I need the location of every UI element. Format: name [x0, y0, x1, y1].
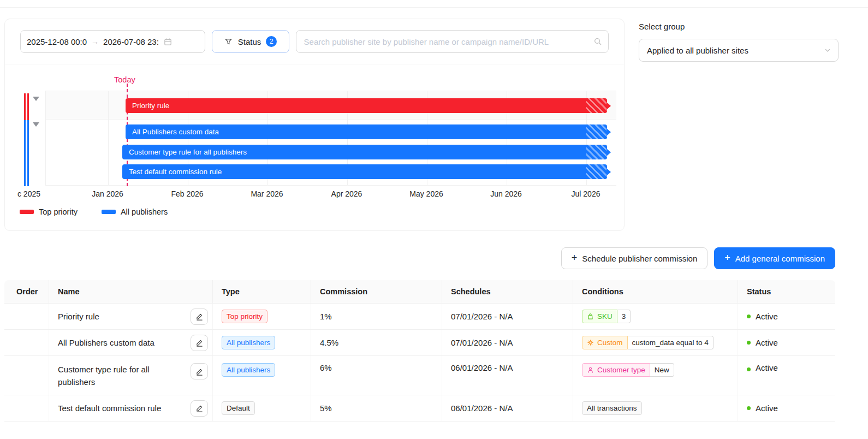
- column-header-order: Order: [4, 280, 49, 303]
- rule-name: Test default commission rule: [58, 402, 161, 414]
- status-dot: [747, 406, 751, 410]
- legend-swatch-red: [20, 210, 34, 214]
- range-arrow-icon: →: [91, 37, 99, 46]
- axis-label: Apr 2026: [331, 189, 362, 198]
- gantt-bar-test-default-rule[interactable]: Test default commission rule: [122, 164, 607, 179]
- gantt-bar-all-publishers-custom-data[interactable]: All Publishers custom data: [126, 124, 607, 139]
- status-filter-count-badge: 2: [266, 36, 277, 47]
- filters-toolbar: 2025-12-08 00:0 → 2026-07-08 23: Status …: [5, 19, 624, 64]
- search-box: [296, 30, 609, 53]
- page-top-divider: [0, 0, 868, 8]
- date-range-picker[interactable]: 2025-12-08 00:0 → 2026-07-08 23:: [20, 30, 205, 53]
- condition-tag: All transactions: [582, 401, 642, 415]
- axis-label: c 2025: [17, 189, 40, 198]
- table-row: Customer type rule for all publishers Al…: [4, 356, 835, 395]
- add-general-commission-button[interactable]: + Add general commission: [714, 247, 835, 269]
- status-text: Active: [756, 404, 778, 413]
- gantt-bar-priority-rule[interactable]: Priority rule: [126, 98, 607, 113]
- edit-button[interactable]: [191, 335, 208, 351]
- group-select-value: Applied to all publisher sites: [647, 46, 748, 55]
- bar-arrow-tip: [607, 128, 611, 136]
- gantt-chart: Today Priority rule: [5, 64, 624, 200]
- status-text: Active: [756, 363, 778, 372]
- schedule-value: 07/01/2026 - N/A: [442, 330, 573, 355]
- type-tag: All publishers: [222, 336, 275, 349]
- collapse-group-icon[interactable]: [33, 97, 39, 101]
- collapse-group-icon[interactable]: [33, 122, 39, 127]
- bar-arrow-tip: [607, 149, 611, 156]
- ongoing-hatch: [586, 98, 607, 113]
- table-header: Order Name Type Commission Schedules Con…: [4, 280, 835, 304]
- schedule-value: 06/01/2026 - N/A: [442, 395, 573, 421]
- condition-tag: SKU 3: [582, 310, 631, 323]
- ongoing-hatch: [586, 145, 607, 159]
- filter-funnel-icon: [224, 37, 233, 46]
- plus-icon: +: [724, 252, 730, 264]
- gantt-plot-area: Priority rule All Publishers custom data…: [45, 91, 616, 186]
- commission-value: 4.5%: [311, 330, 442, 355]
- column-header-name: Name: [49, 280, 213, 303]
- table-actions: + Schedule publisher commission + Add ge…: [4, 247, 835, 269]
- status-dot: [747, 367, 751, 371]
- table-row: Priority rule Top priority 1% 07/01/2026…: [4, 304, 835, 330]
- column-header-conditions: Conditions: [573, 280, 738, 303]
- rule-name: All Publishers custom data: [58, 336, 154, 349]
- legend-item-all-publishers: All publishers: [102, 207, 168, 216]
- bar-arrow-tip: [607, 102, 611, 110]
- search-input[interactable]: [296, 30, 609, 53]
- commission-value: 5%: [311, 395, 442, 421]
- edit-button[interactable]: [191, 363, 208, 379]
- search-icon: [593, 37, 602, 46]
- group-indicator-strip: [27, 93, 29, 186]
- rule-name: Priority rule: [58, 310, 99, 323]
- column-header-type: Type: [213, 280, 311, 303]
- chevron-down-icon: [824, 46, 831, 54]
- type-tag: All publishers: [222, 363, 275, 377]
- axis-label: Feb 2026: [171, 189, 203, 198]
- edit-button[interactable]: [191, 400, 208, 417]
- ongoing-hatch: [586, 124, 607, 139]
- status-text: Active: [756, 338, 778, 347]
- status-dot: [747, 315, 751, 318]
- calendar-icon: [163, 37, 173, 46]
- column-header-schedules: Schedules: [442, 280, 573, 303]
- legend-item-top-priority: Top priority: [20, 207, 78, 216]
- commission-rules-table: Order Name Type Commission Schedules Con…: [4, 280, 835, 422]
- condition-tag: Custom custom_data equal to 4: [582, 336, 714, 349]
- date-range-end[interactable]: 2026-07-08 23:: [103, 37, 159, 46]
- schedule-value: 07/01/2026 - N/A: [442, 304, 573, 329]
- bag-icon: [587, 313, 594, 320]
- edit-button[interactable]: [191, 309, 208, 325]
- gantt-bar-customer-type-rule[interactable]: Customer type rule for all publishers: [122, 145, 607, 159]
- group-select[interactable]: Applied to all publisher sites: [639, 39, 839, 62]
- condition-detail: New: [650, 363, 674, 377]
- axis-label: Jan 2026: [92, 189, 123, 198]
- chart-legend: Top priority All publishers: [20, 207, 624, 216]
- condition-tag: Customer type New: [582, 363, 674, 377]
- axis-label: Mar 2026: [251, 189, 283, 198]
- commission-value: 6%: [311, 356, 442, 395]
- rule-name: Customer type rule for all publishers: [58, 363, 185, 388]
- gear-icon: [587, 339, 594, 346]
- type-tag: Top priority: [222, 310, 267, 323]
- group-indicator-strip: [24, 93, 26, 186]
- commission-value: 1%: [311, 304, 442, 329]
- person-icon: [587, 366, 594, 373]
- select-group-label: Select group: [639, 22, 839, 31]
- date-range-start[interactable]: 2025-12-08 00:0: [27, 37, 87, 46]
- status-filter-label: Status: [238, 37, 261, 46]
- schedule-value: 06/01/2026 - N/A: [442, 356, 573, 395]
- table-row: All Publishers custom data All publisher…: [4, 330, 835, 356]
- schedule-publisher-commission-button[interactable]: + Schedule publisher commission: [561, 247, 708, 269]
- bar-arrow-tip: [607, 168, 611, 176]
- ongoing-hatch: [586, 164, 607, 179]
- condition-count: 3: [617, 310, 631, 323]
- status-filter-button[interactable]: Status 2: [212, 30, 289, 53]
- status-dot: [747, 341, 751, 345]
- plus-icon: +: [572, 252, 578, 264]
- column-header-status: Status: [738, 280, 835, 303]
- condition-detail: custom_data equal to 4: [628, 336, 714, 349]
- table-row: Test default commission rule Default 5% …: [4, 395, 835, 422]
- type-tag: Default: [222, 401, 255, 415]
- axis-label: May 2026: [409, 189, 443, 198]
